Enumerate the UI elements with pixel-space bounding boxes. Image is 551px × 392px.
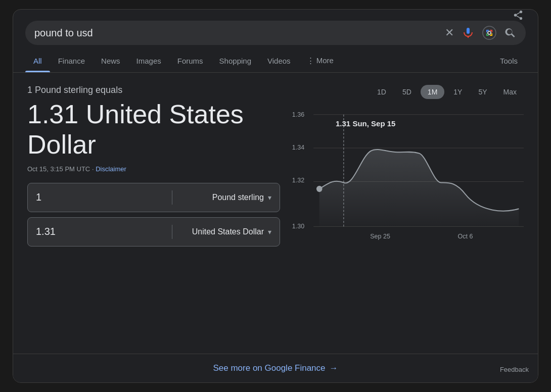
- time-btn-max[interactable]: Max: [496, 85, 524, 99]
- lens-icon[interactable]: [482, 26, 496, 40]
- mic-icon[interactable]: [462, 27, 474, 39]
- search-icons: ✕: [445, 26, 517, 40]
- svg-text:1.30: 1.30: [292, 222, 304, 230]
- timestamp: Oct 15, 3:15 PM UTC · Disclaimer: [27, 165, 280, 173]
- see-more-label: See more on Google Finance: [213, 363, 325, 373]
- from-currency-selector[interactable]: Pound sterling ▾: [180, 193, 271, 202]
- tooltip-date: Sun, Sep 15: [352, 119, 395, 128]
- from-currency-box: Pound sterling ▾: [27, 183, 280, 212]
- to-dropdown-arrow: ▾: [268, 228, 271, 236]
- to-currency-box: United States Dollar ▾: [27, 217, 280, 247]
- to-value-input[interactable]: [36, 226, 164, 237]
- tab-forums[interactable]: Forums: [169, 50, 211, 72]
- conversion-result: 1.31 United States Dollar: [27, 100, 280, 160]
- chart-dot: [316, 186, 323, 192]
- conversion-subtitle: 1 Pound sterling equals: [27, 85, 280, 95]
- tooltip-value: 1.31: [336, 119, 350, 128]
- result-value: 1.31: [27, 100, 78, 129]
- clear-icon[interactable]: ✕: [445, 26, 454, 39]
- search-submit-icon[interactable]: [504, 27, 517, 39]
- share-icon[interactable]: [513, 10, 524, 24]
- bottom-bar: See more on Google Finance → Feedback: [13, 354, 538, 382]
- divider: [172, 190, 172, 205]
- time-range-buttons: 1D 5D 1M 1Y 5Y Max: [290, 85, 524, 99]
- search-card: ✕: [13, 9, 538, 383]
- tools-button[interactable]: Tools: [492, 50, 526, 72]
- svg-point-0: [483, 26, 496, 39]
- svg-text:Oct 6: Oct 6: [458, 232, 473, 240]
- time-btn-1y[interactable]: 1Y: [446, 85, 469, 99]
- tab-more[interactable]: ⋮ More: [299, 49, 342, 72]
- chart-tooltip: 1.31 Sun, Sep 15: [336, 119, 395, 128]
- right-panel: 1D 5D 1M 1Y 5Y Max 1.31 Sun, Sep 15 1.36…: [290, 85, 524, 252]
- disclaimer-link[interactable]: Disclaimer: [96, 165, 126, 173]
- chart-svg: 1.36 1.34 1.32 1.30: [290, 105, 524, 247]
- to-currency-selector[interactable]: United States Dollar ▾: [180, 227, 271, 236]
- time-btn-5y[interactable]: 5Y: [471, 85, 494, 99]
- see-more-arrow: →: [330, 363, 338, 373]
- tab-videos[interactable]: Videos: [259, 50, 299, 72]
- tab-images[interactable]: Images: [128, 50, 169, 72]
- svg-point-1: [488, 31, 491, 34]
- feedback-button[interactable]: Feedback: [500, 366, 529, 373]
- from-dropdown-arrow: ▾: [268, 193, 271, 202]
- tab-finance[interactable]: Finance: [50, 50, 93, 72]
- divider-2: [172, 225, 172, 239]
- main-content: 1 Pound sterling equals 1.31 United Stat…: [13, 73, 538, 264]
- tab-shopping[interactable]: Shopping: [211, 50, 259, 72]
- time-btn-1m[interactable]: 1M: [421, 85, 444, 99]
- search-input[interactable]: [34, 27, 439, 39]
- svg-text:1.34: 1.34: [292, 143, 304, 152]
- tab-all[interactable]: All: [25, 50, 50, 72]
- to-currency-label: United States Dollar: [192, 227, 264, 236]
- time-btn-5d[interactable]: 5D: [395, 85, 419, 99]
- nav-tabs: All Finance News Images Forums Shopping …: [13, 49, 538, 73]
- search-bar: ✕: [25, 21, 526, 45]
- from-currency-label: Pound sterling: [212, 193, 264, 202]
- from-value-input[interactable]: [36, 191, 164, 203]
- svg-text:1.32: 1.32: [292, 176, 304, 184]
- price-chart: 1.31 Sun, Sep 15 1.36 1.34 1.32 1.30: [290, 105, 524, 247]
- see-more-button[interactable]: See more on Google Finance →: [213, 363, 338, 373]
- left-panel: 1 Pound sterling equals 1.31 United Stat…: [27, 85, 280, 252]
- svg-text:1.36: 1.36: [292, 110, 304, 118]
- tab-news[interactable]: News: [93, 50, 128, 72]
- chart-fill: [319, 150, 519, 227]
- svg-text:Sep 25: Sep 25: [370, 232, 390, 240]
- time-btn-1d[interactable]: 1D: [370, 85, 393, 99]
